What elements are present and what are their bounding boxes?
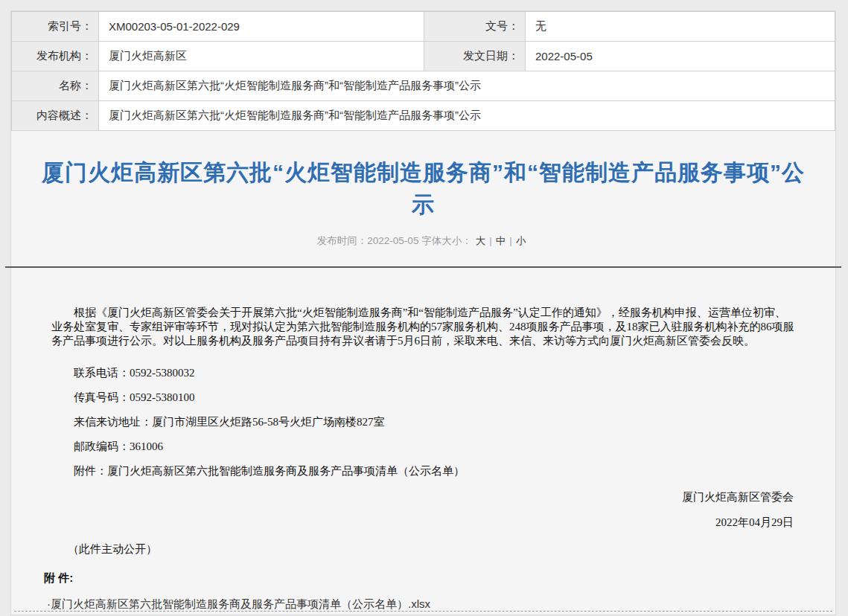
disclosure-note: （此件主动公开） bbox=[68, 542, 835, 556]
fax-number: 传真号码：0592-5380100 bbox=[51, 391, 797, 405]
name-label: 名称： bbox=[12, 71, 99, 101]
doc-number-label: 文号： bbox=[424, 12, 526, 42]
publish-meta-text: 发布时间：2022-05-05 字体大小： bbox=[317, 235, 472, 246]
page-title: 厦门火炬高新区第六批“火炬智能制造服务商”和“智能制造产品服务事项”公示 bbox=[32, 156, 814, 220]
bottom-dashed-divider bbox=[14, 611, 832, 612]
font-size-small[interactable]: 小 bbox=[516, 235, 526, 246]
name-value: 厦门火炬高新区第六批“火炬智能制造服务商”和“智能制造产品服务事项”公示 bbox=[99, 71, 835, 101]
attachments-heading: 附 件: bbox=[44, 571, 835, 585]
article-paragraph: 根据《厦门火炬高新区管委会关于开展第六批“火炬智能制造服务商”和“智能制造产品服… bbox=[51, 306, 797, 348]
content-panel: 索引号： XM00203-05-01-2022-029 文号： 无 发布机构： … bbox=[10, 10, 836, 615]
publish-date-label: 发文日期： bbox=[424, 42, 526, 71]
table-row: 发布机构： 厦门火炬高新区 发文日期： 2022-05-05 bbox=[12, 42, 835, 71]
postal-code: 邮政编码：361006 bbox=[51, 440, 797, 454]
signature-date: 2022年04月29日 bbox=[11, 516, 835, 530]
publish-date-value: 2022-05-05 bbox=[526, 42, 835, 71]
contact-phone: 联系电话：0592-5380032 bbox=[51, 366, 797, 380]
font-size-medium[interactable]: 中 bbox=[496, 235, 506, 246]
font-size-separator: | bbox=[509, 235, 512, 246]
visit-address: 来信来访地址：厦门市湖里区火炬路56-58号火炬广场南楼827室 bbox=[51, 415, 797, 429]
publish-meta: 发布时间：2022-05-05 字体大小：大|中|小 bbox=[11, 234, 835, 248]
publisher-value: 厦门火炬高新区 bbox=[99, 42, 424, 71]
summary-label: 内容概述： bbox=[12, 101, 99, 131]
document-info-table: 索引号： XM00203-05-01-2022-029 文号： 无 发布机构： … bbox=[11, 11, 835, 131]
summary-value: 厦门火炬高新区第六批“火炬智能制造服务商”和“智能制造产品服务事项”公示 bbox=[99, 101, 835, 131]
publisher-label: 发布机构： bbox=[12, 42, 99, 71]
doc-number-value: 无 bbox=[526, 12, 835, 42]
index-number-label: 索引号： bbox=[12, 12, 99, 42]
article-body: 根据《厦门火炬高新区管委会关于开展第六批“火炬智能制造服务商”和“智能制造产品服… bbox=[11, 306, 835, 556]
signature-org: 厦门火炬高新区管委会 bbox=[11, 490, 835, 504]
table-row: 名称： 厦门火炬高新区第六批“火炬智能制造服务商”和“智能制造产品服务事项”公示 bbox=[12, 71, 835, 101]
header-divider bbox=[5, 266, 841, 268]
attachment-note: 附件：厦门火炬高新区第六批智能制造服务商及服务产品事项清单（公示名单） bbox=[51, 464, 797, 478]
attachment-link[interactable]: ·厦门火炬高新区第六批智能制造服务商及服务产品事项清单（公示名单）.xlsx bbox=[47, 597, 835, 612]
font-size-large[interactable]: 大 bbox=[476, 235, 486, 246]
table-row: 内容概述： 厦门火炬高新区第六批“火炬智能制造服务商”和“智能制造产品服务事项”… bbox=[12, 101, 835, 131]
font-size-separator: | bbox=[489, 235, 492, 246]
index-number-value: XM00203-05-01-2022-029 bbox=[99, 12, 424, 42]
table-row: 索引号： XM00203-05-01-2022-029 文号： 无 bbox=[12, 12, 835, 42]
